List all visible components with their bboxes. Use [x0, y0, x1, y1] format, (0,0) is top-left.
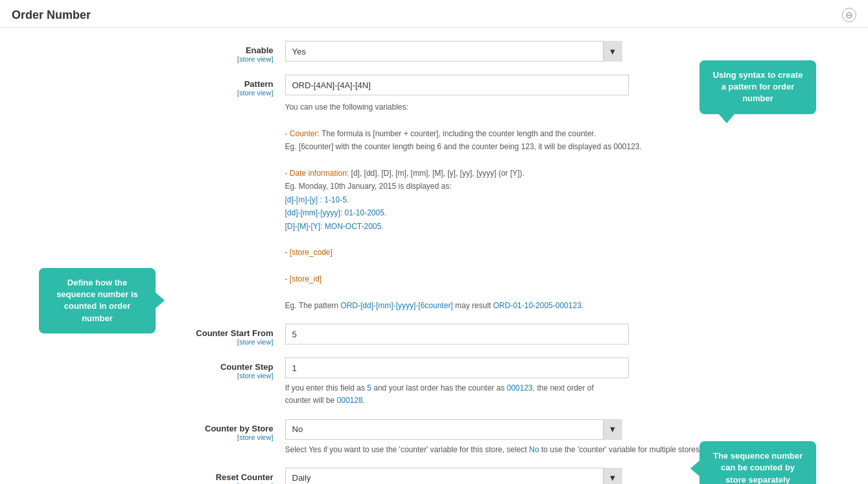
counter-step-store-view: [store view]	[78, 372, 274, 380]
counter-step-help-counter: 000123	[507, 383, 533, 393]
counter-step-label-col: Counter Step [store view]	[78, 357, 285, 380]
counter-step-label: Counter Step	[78, 362, 274, 372]
tooltip-sequence-text: Define how the sequence number is counte…	[56, 278, 138, 323]
pattern-help-date-eg2: [d]-[m]-[y] : 1-10-5.	[285, 195, 349, 204]
counter-store-help-mid: to use the 'counter' variable for	[539, 445, 650, 454]
tooltip-pattern-text: Using syntax to create a pattern for ord…	[713, 70, 803, 103]
reset-counter-select[interactable]: Daily Weekly Monthly Yearly Never	[285, 468, 622, 484]
counter-step-help-5: 5	[367, 383, 371, 393]
pattern-help-final-prefix: Eg. The pattern	[285, 301, 341, 310]
reset-counter-row: Reset Counter [store view] Daily Weekly …	[78, 468, 791, 484]
form-section: Enable [store view] Yes No ▼ Pattern	[78, 41, 791, 484]
pattern-help-date-eg3: [dd]-[mm]-[yyyy]: 01-10-2005.	[285, 208, 387, 217]
counter-step-help-suffix1: counter will be	[285, 396, 337, 405]
counter-step-row: Counter Step [store view] If you enter t…	[78, 357, 791, 407]
counter-store-row: Counter by Store [store view] No Yes ▼ S…	[78, 419, 791, 456]
enable-store-view: [store view]	[78, 55, 274, 63]
pattern-help-date-title: - Date information:	[285, 169, 351, 178]
tooltip-store-count: The sequence number can be counted by st…	[699, 441, 816, 484]
main-content: Using syntax to create a pattern for ord…	[0, 28, 868, 484]
pattern-help-final-pattern: ORD-[dd]-[mm]-[yyyy]-[6counter]	[340, 301, 452, 310]
counter-step-help: If you enter this field as 5 and your la…	[285, 382, 791, 407]
counter-start-row: Counter Start From [store view]	[78, 324, 791, 346]
pattern-help-date: - Date information: [d], [dd], [D], [m],…	[285, 167, 791, 233]
reset-counter-label: Reset Counter	[78, 472, 274, 482]
counter-store-help-prefix: Select Yes if you want to use the 'count…	[285, 445, 530, 454]
counter-step-field-col: If you enter this field as 5 and your la…	[285, 357, 791, 407]
pattern-help-final-end: .	[581, 301, 583, 310]
counter-step-help-mid1: and your last order has the counter as	[371, 383, 507, 393]
pattern-label-col: Pattern [store view]	[78, 75, 285, 97]
counter-store-help-multiple: multiple stores.	[650, 445, 702, 454]
counter-step-help-result: 000128	[337, 396, 363, 405]
collapse-button[interactable]: ⊖	[842, 8, 856, 22]
counter-store-help-no: No	[529, 445, 539, 454]
pattern-help-counter-title: - Counter:	[285, 129, 322, 138]
counter-store-label: Counter by Store	[78, 424, 274, 433]
counter-step-help-mid2: , the next order of	[533, 383, 594, 393]
counter-step-input[interactable]	[285, 357, 629, 378]
counter-step-help-period: .	[363, 396, 365, 405]
pattern-store-view: [store view]	[78, 89, 274, 97]
pattern-help-final-result: ORD-01-10-2005-000123	[493, 301, 581, 310]
pattern-input[interactable]	[285, 75, 629, 95]
pattern-help-intro-text: You can use the following variables:	[285, 103, 408, 112]
pattern-help-final-mid: may result	[453, 301, 493, 310]
reset-counter-label-col: Reset Counter [store view]	[78, 468, 285, 484]
pattern-row: Pattern [store view] You can use the fol…	[78, 75, 791, 312]
enable-select-wrapper: Yes No ▼	[285, 41, 622, 62]
pattern-help-date-eg1: Eg. Monday, 10th January, 2015 is displa…	[285, 182, 452, 191]
tooltip-pattern: Using syntax to create a pattern for ord…	[699, 60, 816, 114]
pattern-help-store-code: - [store_code]	[285, 246, 791, 259]
pattern-help-store-code-text: - [store_code]	[285, 248, 333, 257]
pattern-help-date-eg4: [D]-[M]-[Y]: MON-OCT-2005.	[285, 222, 384, 231]
pattern-help-counter-eg: Eg. [6counter] with the counter length b…	[285, 142, 642, 151]
enable-row: Enable [store view] Yes No ▼	[78, 41, 791, 63]
counter-store-select[interactable]: No Yes	[285, 419, 622, 440]
counter-store-store-view: [store view]	[78, 433, 274, 441]
counter-step-help-prefix: If you enter this field as	[285, 383, 368, 393]
pattern-help-counter-desc: The formula is [number + counter], inclu…	[322, 129, 596, 138]
pattern-help-counter: - Counter: The formula is [number + coun…	[285, 127, 791, 154]
pattern-help-date-vars: [d], [dd], [D], [m], [mm], [M], [y], [yy…	[351, 169, 524, 178]
pattern-label: Pattern	[78, 79, 274, 89]
counter-start-store-view: [store view]	[78, 338, 274, 346]
reset-counter-select-wrapper: Daily Weekly Monthly Yearly Never ▼	[285, 468, 622, 484]
pattern-help: You can use the following variables: - C…	[285, 101, 791, 312]
tooltip-sequence: Define how the sequence number is counte…	[39, 268, 156, 333]
enable-label: Enable	[78, 45, 274, 55]
counter-store-select-wrapper: No Yes ▼	[285, 419, 622, 440]
collapse-icon: ⊖	[845, 10, 853, 20]
tooltip-store-count-text: The sequence number can be counted by st…	[713, 451, 803, 484]
counter-start-field-col	[285, 324, 791, 345]
enable-field-col: Yes No ▼	[285, 41, 791, 62]
counter-store-label-col: Counter by Store [store view]	[78, 419, 285, 441]
pattern-help-store-id-text: - [store_id]	[285, 274, 322, 284]
enable-select[interactable]: Yes No	[285, 41, 622, 62]
enable-label-col: Enable [store view]	[78, 41, 285, 63]
pattern-help-final-eg: Eg. The pattern ORD-[dd]-[mm]-[yyyy]-[6c…	[285, 299, 791, 312]
pattern-help-store-id: - [store_id]	[285, 272, 791, 285]
counter-start-input[interactable]	[285, 324, 629, 345]
page-title: Order Number	[12, 8, 91, 22]
